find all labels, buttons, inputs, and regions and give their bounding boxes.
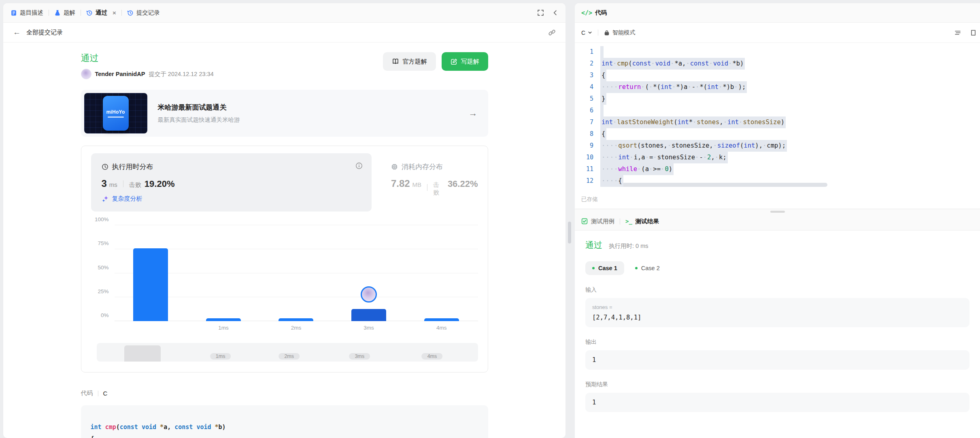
code-token: { [91,435,94,438]
code-token: *( [653,83,661,91]
panel-resize-handle[interactable] [568,222,571,243]
tab-testcases[interactable]: 测试用例 [581,218,614,225]
tab-testresult[interactable]: >_ 测试结果 [625,218,659,225]
case-label: Case 2 [641,265,660,271]
stats-card: 执行用时分布 3 ms 击败 19.20% 复杂度分析 [81,146,488,372]
code-token: ) [669,165,672,173]
case-status-dot [635,267,638,269]
right-panel: </> 代码 C 智能模式 12int·cmp(const·void·*a,· [575,3,980,438]
tab-divider [81,10,81,16]
expected-box: 1 [585,393,969,412]
code-token: return [618,83,641,91]
format-code-icon[interactable] [954,29,961,36]
all-submissions-link[interactable]: 全部提交记录 [26,29,63,36]
close-icon[interactable]: × [113,10,116,16]
editor-line[interactable]: 3{ [575,70,980,81]
back-arrow-icon[interactable]: ← [13,28,21,37]
history-icon [127,10,134,16]
info-icon[interactable] [355,162,363,169]
official-solution-button[interactable]: 官方题解 [383,52,436,71]
tab-problem-description[interactable]: 题目描述 [11,9,43,17]
editor-horizontal-scrollbar[interactable] [601,183,827,187]
promo-card[interactable]: miHoYo 米哈游最新面试题通关 最新真实面试题快速通关米哈游 → [81,90,488,137]
code-token [102,423,105,431]
chart-bar[interactable] [133,248,168,321]
copy-link-icon[interactable] [548,29,556,36]
code-token: · [693,118,697,126]
chart-minimap-slider[interactable]: 1ms2ms3ms4ms [97,343,478,362]
results-section: 测试用例 >_ 测试结果 通过 执行用时: 0 ms Case 1Case 2 … [575,209,980,412]
case-tab-2[interactable]: Case 2 [628,261,667,275]
chart-bar[interactable] [351,309,386,321]
output-value: 1 [592,356,963,364]
selected-code: ····qsort(stones,·stonesSize,·sizeof(int… [600,140,787,152]
editor-line[interactable]: 10····int·i,a·=·stonesSize·-·2,·k; [575,152,980,163]
tab-accepted[interactable]: 通过 × [86,9,116,17]
terminal-icon: >_ [625,218,632,224]
chart-bar-slot[interactable] [115,225,187,321]
chart-bar-slot[interactable] [332,225,405,321]
code-token: · [613,60,617,67]
editor-line[interactable]: 1 [575,46,980,58]
code-token [211,423,215,431]
tab-solutions[interactable]: 题解 [54,9,75,17]
code-token: · [670,60,674,67]
code-token: · [649,83,653,91]
tab-submissions[interactable]: 提交记录 [127,9,160,17]
tab-label: 题目描述 [20,9,43,17]
chart-bar-slot[interactable] [187,225,260,321]
editor-line[interactable]: 9····qsort(stones,·stonesSize,·sizeof(in… [575,140,980,152]
code-token: int [661,83,672,91]
editor-line[interactable]: 6 [575,105,980,116]
code-token: , [719,118,723,126]
code-token: while [618,165,637,173]
code-token: · [649,165,653,173]
selected-code: ····int·i,a·=·stonesSize·-·2,·k; [600,152,728,163]
username[interactable]: Tender PaninidAP [95,71,145,77]
save-status: 已存储 [575,187,980,209]
arrow-right-icon[interactable]: → [469,108,478,118]
editor-line[interactable]: 8{ [575,128,980,140]
code-token: ···· [602,83,618,91]
chart-bar[interactable] [278,318,313,321]
expand-editor-icon[interactable] [970,29,978,36]
selected-code [600,46,604,58]
code-editor[interactable]: 12int·cmp(const·void·*a,·const·void·*b)3… [575,43,980,187]
left-tabbar: 题目描述 题解 通过 × 提交记录 [3,3,565,23]
editor-line[interactable]: 11····while·(a·>=·0) [575,163,980,175]
complexity-analysis-link[interactable]: 复杂度分析 [102,195,361,203]
editor-line[interactable]: 7int·lastStoneWeight(int*·stones,·int·st… [575,116,980,128]
book-icon [392,58,399,65]
editor-line[interactable]: 5} [575,93,980,105]
input-box[interactable]: stones = [2,7,4,1,8,1] [585,298,969,327]
code-token: · [653,154,657,161]
editor-line[interactable]: 4····return·(·*(int·*)a·-·*(int·*)b·); [575,81,980,93]
chart-bar[interactable] [424,318,459,321]
code-token: cmp [617,60,628,67]
chart-bar-slot[interactable] [405,225,478,321]
smart-mode-toggle[interactable]: 智能模式 [604,29,635,36]
panel-drag-handle[interactable] [770,211,785,213]
expected-label: 预期结果 [585,381,969,388]
collapse-panel-icon[interactable] [552,10,558,16]
memory-stat[interactable]: 消耗内存分布 7.82 MB 击败 36.22% [391,153,478,212]
line-number: 10 [575,152,600,163]
editor-line[interactable]: 2int·cmp(const·void·*a,·const·void·*b) [575,58,980,70]
input-label: 输入 [585,286,969,294]
chart-ytick: 50% [91,264,109,270]
code-token: = [649,154,653,161]
code-token: · [739,118,743,126]
language-selector[interactable]: C [581,30,592,36]
chart-x-labels: 1ms2ms3ms4ms [115,325,478,331]
fullscreen-icon[interactable] [537,9,544,16]
minimap-brush-block[interactable] [124,345,161,362]
write-solution-button[interactable]: 写题解 [442,52,488,71]
chart-bar-slot[interactable] [260,225,333,321]
case-tab-1[interactable]: Case 1 [585,261,624,275]
promo-title: 米哈游最新面试题通关 [158,103,469,112]
chart-bar[interactable] [206,318,241,321]
code-language-label: C [103,390,108,397]
code-token: - [699,154,703,161]
clock-icon [102,163,108,170]
runtime-stat[interactable]: 执行用时分布 3 ms 击败 19.20% 复杂度分析 [91,153,372,212]
